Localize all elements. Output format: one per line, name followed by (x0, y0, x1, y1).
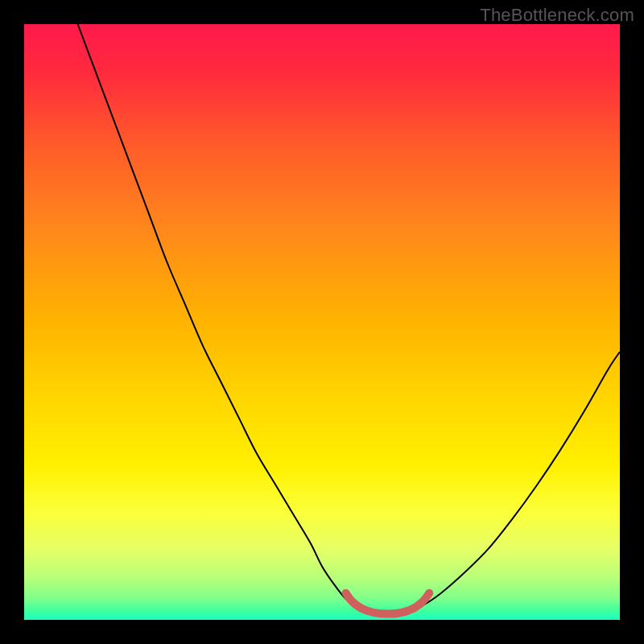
watermark-text: TheBottleneck.com (480, 5, 634, 26)
chart-frame: TheBottleneck.com (0, 0, 644, 644)
gradient-background (24, 24, 620, 620)
plot-area (24, 24, 620, 620)
plot-svg (24, 24, 620, 620)
